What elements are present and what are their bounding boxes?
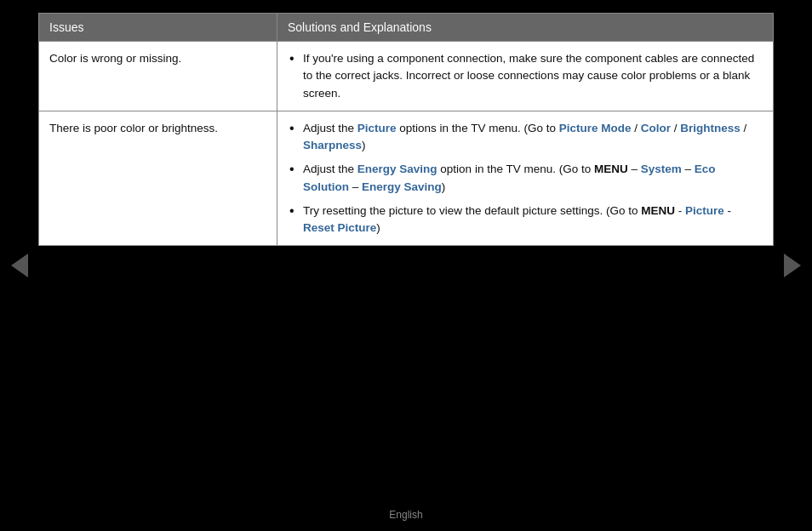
right-arrow-icon (784, 254, 801, 277)
highlight-brightness: Brightness (680, 122, 741, 134)
list-item: Adjust the Picture options in the TV men… (288, 120, 763, 155)
highlight-picture2: Picture (685, 204, 724, 217)
highlight-energy-saving: Energy Saving (357, 163, 437, 175)
issue-cell: Color is wrong or missing. (39, 42, 277, 111)
issues-column-header: Issues (39, 14, 277, 42)
solution-cell: If you're using a component connection, … (277, 42, 774, 111)
solution-segment: option in the TV menu. (Go to (437, 163, 594, 175)
solution-segment: - (675, 204, 685, 217)
highlight-picture: Picture (357, 122, 397, 134)
highlight-system: System (641, 163, 682, 175)
solution-segment: Adjust the (303, 122, 357, 134)
highlight-reset-picture: Reset Picture (303, 221, 376, 234)
solution-list: Adjust the Picture options in the TV men… (288, 120, 763, 237)
table-row: Color is wrong or missing. If you're usi… (39, 42, 774, 111)
solution-list: If you're using a component connection, … (288, 50, 763, 102)
prev-page-button[interactable] (7, 253, 32, 278)
list-item: If you're using a component connection, … (288, 50, 763, 102)
solutions-column-header: Solutions and Explanations (277, 14, 774, 42)
content-table-container: Issues Solutions and Explanations Color … (38, 13, 774, 246)
highlight-energy-saving2: Energy Saving (362, 180, 442, 193)
solution-segment: Adjust the (303, 163, 357, 175)
solution-segment: / (741, 122, 747, 134)
solution-segment: ) (442, 180, 446, 193)
issue-cell: There is poor color or brightness. (39, 111, 277, 246)
solution-segment: ) (376, 221, 380, 234)
footer-language: English (389, 509, 422, 521)
highlight-picture-mode: Picture Mode (559, 122, 632, 134)
solution-segment: Try resetting the picture to view the de… (303, 204, 641, 217)
solution-segment: / (671, 122, 680, 134)
list-item: Try resetting the picture to view the de… (288, 203, 763, 237)
highlight-menu2: MENU (641, 204, 675, 217)
issue-text: There is poor color or brightness. (49, 122, 218, 134)
list-item: Adjust the Energy Saving option in the T… (288, 161, 763, 196)
solution-text: If you're using a component connection, … (303, 52, 754, 100)
issues-table: Issues Solutions and Explanations Color … (38, 13, 774, 246)
page-wrapper: Issues Solutions and Explanations Color … (0, 0, 812, 531)
issue-text: Color is wrong or missing. (49, 52, 181, 65)
solution-cell: Adjust the Picture options in the TV men… (277, 111, 774, 246)
solution-segment: - (724, 204, 731, 217)
solution-segment: / (631, 122, 640, 134)
left-arrow-icon (11, 254, 28, 277)
highlight-sharpness: Sharpness (303, 139, 362, 151)
solution-segment: – (628, 163, 641, 175)
highlight-color: Color (641, 122, 671, 134)
solution-segment: – (349, 180, 362, 193)
solution-segment: ) (362, 139, 366, 151)
table-row: There is poor color or brightness. Adjus… (39, 111, 774, 246)
solution-segment: – (682, 163, 695, 175)
next-page-button[interactable] (780, 253, 805, 278)
solution-segment: options in the TV menu. (Go to (397, 122, 559, 134)
table-header-row: Issues Solutions and Explanations (39, 14, 774, 42)
highlight-menu: MENU (594, 163, 628, 175)
